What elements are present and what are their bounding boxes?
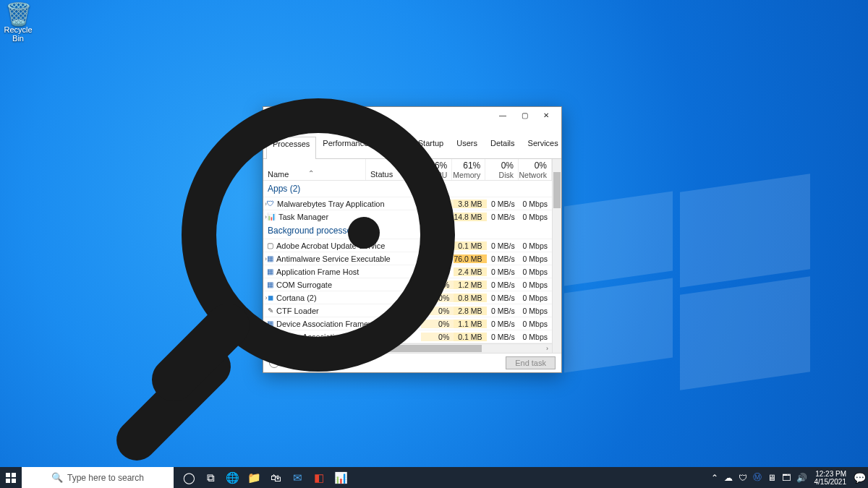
col-disk[interactable]: 0%Disk <box>485 159 519 180</box>
process-row[interactable]: ›📊Task Manager14.8 MB0 MB/s0 Mbps <box>263 210 552 223</box>
cell-network: 0 Mbps <box>519 294 552 302</box>
cell-disk: 0 MB/s <box>487 200 519 208</box>
process-icon: ✎ <box>268 306 273 316</box>
start-button[interactable] <box>0 467 22 488</box>
cell-disk: 0 MB/s <box>487 213 519 221</box>
cell-memory: 2.4 MB <box>454 267 486 276</box>
office-icon[interactable]: ◧ <box>308 467 330 488</box>
search-input[interactable]: 🔍 Type here to search <box>22 467 174 488</box>
tab-processes[interactable]: Processes <box>266 137 316 159</box>
task-manager-icon[interactable]: 📊 <box>330 467 352 488</box>
tray-display-icon[interactable]: 🗔 <box>782 473 791 483</box>
process-row[interactable]: ▢Adobe Acrobat Update Service0.1 MB0 MB/… <box>263 239 552 252</box>
tab-services[interactable]: Services <box>522 136 565 158</box>
cell-memory: 3.8 MB <box>454 200 486 208</box>
clock-time: 12:23 PM <box>815 470 846 478</box>
end-task-button[interactable]: End task <box>506 356 556 369</box>
process-row[interactable]: ›▦Antimalware Service Executable76.0 MB0… <box>263 252 552 265</box>
process-icon: ◼ <box>268 293 273 303</box>
cell-memory: 2.8 MB <box>454 307 486 315</box>
horizontal-scrollbar[interactable]: › <box>263 343 552 353</box>
svg-rect-4 <box>12 473 16 477</box>
cell-memory: 0.1 MB <box>454 241 486 250</box>
process-name: COM Surrogate <box>276 281 421 289</box>
search-icon: 🔍 <box>51 472 63 483</box>
fewer-details-icon[interactable]: ⌃ <box>269 358 279 368</box>
tray-onedrive-icon[interactable]: ☁ <box>724 473 733 483</box>
menu-file[interactable]: File <box>269 125 282 134</box>
tray-malwarebytes-icon[interactable]: Ⓜ <box>753 471 762 484</box>
process-icon: ▦ <box>267 319 273 329</box>
process-row[interactable]: ▦Device Association Framework …0%1.1 MB0… <box>263 317 552 330</box>
col-network[interactable]: 0%Network <box>519 159 552 180</box>
tab-app-history[interactable]: App history <box>375 136 411 158</box>
cell-network: 0 Mbps <box>519 213 552 221</box>
col-status[interactable]: Status <box>366 159 420 180</box>
tray-chevron-icon[interactable]: ⌃ <box>711 473 718 483</box>
file-explorer-icon[interactable]: 📁 <box>243 467 265 488</box>
process-row[interactable]: ▦COM Surrogate0%1.2 MB0 MB/s0 Mbps <box>263 278 552 291</box>
edge-icon[interactable]: 🌐 <box>221 467 243 488</box>
tray-security-icon[interactable]: 🛡 <box>739 473 747 483</box>
titlebar[interactable]: 📊 Task Manager — ▢ ✕ <box>263 107 561 123</box>
maximize-button[interactable]: ▢ <box>514 110 535 120</box>
cell-network: 0 Mbps <box>519 200 552 208</box>
menu-options[interactable]: Options <box>291 125 318 134</box>
cell-memory: 0.1 MB <box>454 333 486 341</box>
process-row[interactable]: ▦Application Frame Host2.4 MB0 MB/s0 Mbp… <box>263 265 552 278</box>
cell-disk: 0 MB/s <box>487 320 519 328</box>
clock[interactable]: 12:23 PM 4/15/2021 <box>810 467 851 488</box>
fewer-details-link[interactable]: Fewer details <box>284 359 331 367</box>
col-cpu[interactable]: 6%CPU <box>420 159 453 180</box>
cell-cpu: 0% <box>421 281 454 289</box>
tab-performance[interactable]: Performance <box>316 136 375 158</box>
cell-disk: 0 MB/s <box>487 333 519 341</box>
process-name: Application Frame Host <box>276 267 421 276</box>
svg-rect-6 <box>12 479 16 483</box>
cell-disk: 0 MB/s <box>487 281 519 289</box>
minimize-button[interactable]: — <box>492 110 514 120</box>
process-row[interactable]: ›🛡Malwarebytes Tray Application0%3.8 MB0… <box>263 197 552 210</box>
search-placeholder: Type here to search <box>67 473 144 483</box>
cell-memory: 76.0 MB <box>454 254 486 263</box>
tab-details[interactable]: Details <box>484 136 522 158</box>
tab-startup[interactable]: Startup <box>412 136 450 158</box>
store-icon[interactable]: 🛍 <box>265 467 286 488</box>
close-button[interactable]: ✕ <box>535 110 557 120</box>
tray-network-icon[interactable]: 🖥 <box>767 473 776 483</box>
process-name: CTF Loader <box>276 307 421 315</box>
process-row[interactable]: ✎CTF Loader0%2.8 MB0 MB/s0 Mbps <box>263 304 552 317</box>
process-group-header[interactable]: Background processes (44) <box>263 223 552 239</box>
cell-network: 0 Mbps <box>519 241 552 250</box>
action-center-icon[interactable]: 💬 <box>851 467 868 488</box>
cell-network: 0 Mbps <box>519 281 552 289</box>
task-view-icon[interactable]: ⧉ <box>200 467 221 488</box>
menu-view[interactable]: View <box>327 125 344 134</box>
mail-icon[interactable]: ✉ <box>286 467 308 488</box>
process-row[interactable]: ▦Device Association Framework …0%0.1 MB0… <box>263 330 552 343</box>
clock-date: 4/15/2021 <box>814 478 847 486</box>
vertical-scrollbar[interactable] <box>552 159 561 353</box>
process-group-header[interactable]: Apps (2) <box>263 181 552 197</box>
col-name[interactable]: Name <box>263 159 366 180</box>
tab-users[interactable]: Users <box>450 136 484 158</box>
process-name: Device Association Framework … <box>276 320 421 328</box>
cell-disk: 0 MB/s <box>487 294 519 302</box>
process-icon: ▦ <box>267 280 273 290</box>
cortana-icon[interactable]: ◯ <box>178 467 200 488</box>
recycle-bin-icon[interactable]: 🗑️ Recycle Bin <box>3 4 33 43</box>
process-icon: ▦ <box>267 254 273 264</box>
process-name: Adobe Acrobat Update Service <box>276 241 421 250</box>
svg-rect-5 <box>6 479 10 483</box>
cell-network: 0 Mbps <box>519 320 552 328</box>
menubar: File Options View <box>263 123 561 136</box>
col-memory[interactable]: 61%Memory <box>452 159 485 180</box>
task-manager-window: 📊 Task Manager — ▢ ✕ File Options View P… <box>263 106 562 373</box>
cell-cpu: 0% <box>421 200 454 208</box>
tray-volume-icon[interactable]: 🔊 <box>796 473 807 483</box>
window-footer: ⌃ Fewer details End task <box>263 353 561 372</box>
cell-network: 0 Mbps <box>519 307 552 315</box>
process-row[interactable]: ›◼Cortana (2)0%0.8 MB0 MB/s0 Mbps <box>263 291 552 304</box>
cell-memory: 1.2 MB <box>454 281 486 289</box>
cell-disk: 0 MB/s <box>487 254 519 263</box>
